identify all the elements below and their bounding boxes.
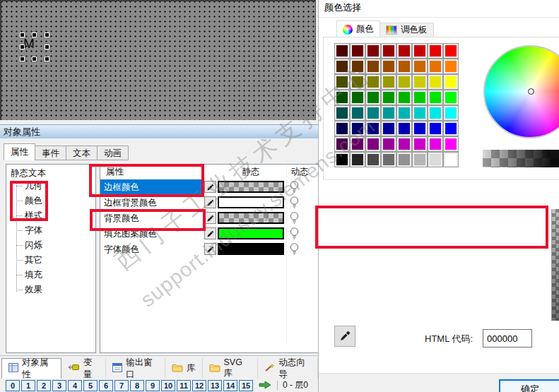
dynamic-bulb-icon[interactable] — [289, 227, 300, 242]
tree-item-font[interactable]: 字体 — [6, 223, 95, 238]
palette-swatch[interactable] — [444, 44, 458, 58]
layer-button[interactable]: 13 — [208, 380, 222, 391]
palette-swatch[interactable] — [444, 90, 458, 105]
layer-button[interactable]: 2 — [37, 380, 51, 391]
palette-swatch[interactable] — [413, 44, 427, 58]
palette-swatch[interactable] — [335, 137, 349, 151]
prop-row-border-bg-color[interactable]: 边框背景颜色 — [100, 195, 318, 210]
html-code-input[interactable] — [483, 329, 532, 348]
palette-swatch[interactable] — [397, 153, 411, 167]
tab-animation[interactable]: 动画 — [98, 145, 129, 160]
alpha-gradient-bar[interactable] — [483, 150, 559, 167]
palette-swatch[interactable] — [351, 121, 365, 136]
layer-button[interactable]: 14 — [223, 380, 237, 391]
selection-handle[interactable] — [45, 57, 49, 61]
palette-swatch[interactable] — [351, 59, 365, 73]
tab-color[interactable]: 颜色 — [336, 20, 380, 37]
palette-swatch[interactable] — [351, 75, 365, 89]
tab-events[interactable]: 事件 — [35, 145, 66, 160]
color-swatch[interactable] — [218, 196, 284, 208]
bottom-tab-output-window[interactable]: 输出窗口 — [106, 358, 165, 379]
layer-button[interactable]: 0 — [6, 380, 20, 391]
static-text-object[interactable]: M — [23, 36, 35, 52]
palette-swatch[interactable] — [397, 90, 411, 105]
palette-swatch[interactable] — [428, 153, 442, 167]
palette-swatch[interactable] — [335, 59, 349, 73]
palette-swatch[interactable] — [413, 90, 427, 105]
dynamic-bulb-icon[interactable] — [289, 180, 300, 196]
prop-row-fill-pattern-color[interactable]: 填充图案颜色 — [100, 226, 318, 242]
layer-button[interactable]: 5 — [83, 380, 98, 391]
layer-button[interactable]: 11 — [177, 380, 191, 391]
palette-swatch[interactable] — [335, 153, 349, 167]
tab-text[interactable]: 文本 — [66, 145, 98, 160]
bottom-tab-dynamic-wizard[interactable]: 动态向导 — [258, 358, 318, 379]
prop-row-background-color[interactable]: 背景颜色 — [100, 210, 318, 226]
palette-swatch[interactable] — [428, 75, 442, 89]
tree-item-effect[interactable]: 效果 — [6, 283, 95, 297]
palette-swatch[interactable] — [351, 44, 365, 58]
palette-swatch[interactable] — [335, 121, 349, 136]
palette-swatch[interactable] — [444, 75, 458, 89]
layer-button[interactable]: 1 — [21, 380, 35, 391]
eyedropper-button[interactable] — [334, 326, 355, 347]
selection-handle[interactable] — [20, 44, 25, 49]
palette-swatch[interactable] — [366, 59, 380, 73]
alpha-vertical-bar[interactable] — [551, 209, 559, 321]
palette-swatch[interactable] — [382, 90, 396, 105]
palette-swatch[interactable] — [335, 106, 349, 120]
tree-item-geometry[interactable]: 几何 — [6, 179, 95, 194]
layer-button[interactable]: 4 — [68, 380, 82, 391]
palette-swatch[interactable] — [382, 106, 396, 120]
palette-swatch[interactable] — [335, 44, 349, 58]
dynamic-bulb-icon[interactable] — [289, 242, 300, 258]
layer-button[interactable]: 6 — [99, 380, 113, 391]
palette-swatch[interactable] — [382, 137, 396, 151]
palette-swatch[interactable] — [428, 59, 442, 73]
palette-swatch[interactable] — [351, 106, 365, 120]
eyedropper-button[interactable] — [204, 227, 216, 239]
ok-button[interactable]: 确定 — [499, 379, 559, 392]
palette-swatch[interactable] — [397, 59, 411, 73]
palette-swatch[interactable] — [335, 90, 349, 105]
palette-swatch[interactable] — [366, 137, 380, 151]
palette-swatch[interactable] — [366, 75, 380, 89]
tree-item-color[interactable]: 颜色 — [6, 194, 95, 208]
next-layer-arrow-icon[interactable] — [258, 380, 272, 391]
bottom-tab-variables[interactable]: 变量 — [61, 358, 106, 379]
palette-swatch[interactable] — [397, 75, 411, 89]
palette-swatch[interactable] — [397, 121, 411, 136]
layer-button[interactable]: 10 — [161, 380, 175, 391]
layer-button[interactable]: 12 — [192, 380, 206, 391]
tab-properties[interactable]: 属性 — [4, 143, 35, 160]
color-swatch[interactable] — [218, 243, 284, 255]
color-wheel[interactable] — [483, 45, 559, 138]
palette-swatch[interactable] — [444, 153, 458, 167]
prop-row-font-color[interactable]: 字体颜色 — [100, 242, 318, 257]
palette-swatch[interactable] — [351, 90, 365, 105]
bottom-tab-svg-library[interactable]: SVG 库 — [203, 358, 259, 379]
color-swatch[interactable] — [218, 181, 284, 193]
palette-swatch[interactable] — [444, 106, 458, 120]
tree-item-style[interactable]: 样式 — [6, 208, 95, 223]
eyedropper-button[interactable] — [204, 212, 216, 224]
layer-button[interactable]: 3 — [52, 380, 66, 391]
palette-swatch[interactable] — [444, 121, 458, 136]
palette-swatch[interactable] — [397, 44, 411, 58]
palette-swatch[interactable] — [366, 106, 380, 120]
palette-swatch[interactable] — [382, 44, 396, 58]
dynamic-bulb-icon[interactable] — [289, 196, 300, 211]
bottom-tab-object-properties[interactable]: 对象属性 — [1, 358, 61, 379]
palette-swatch[interactable] — [444, 59, 458, 73]
tree-item-fill[interactable]: 填充 — [6, 268, 95, 283]
palette-swatch[interactable] — [382, 121, 396, 136]
palette-swatch[interactable] — [382, 75, 396, 89]
palette-swatch[interactable] — [413, 59, 427, 73]
selection-handle[interactable] — [45, 44, 49, 49]
layer-button[interactable]: 9 — [146, 380, 160, 391]
selection-handle[interactable] — [32, 32, 37, 37]
palette-swatch[interactable] — [428, 44, 442, 58]
palette-swatch[interactable] — [428, 106, 442, 120]
palette-swatch[interactable] — [335, 75, 349, 89]
selection-handle[interactable] — [45, 32, 49, 37]
